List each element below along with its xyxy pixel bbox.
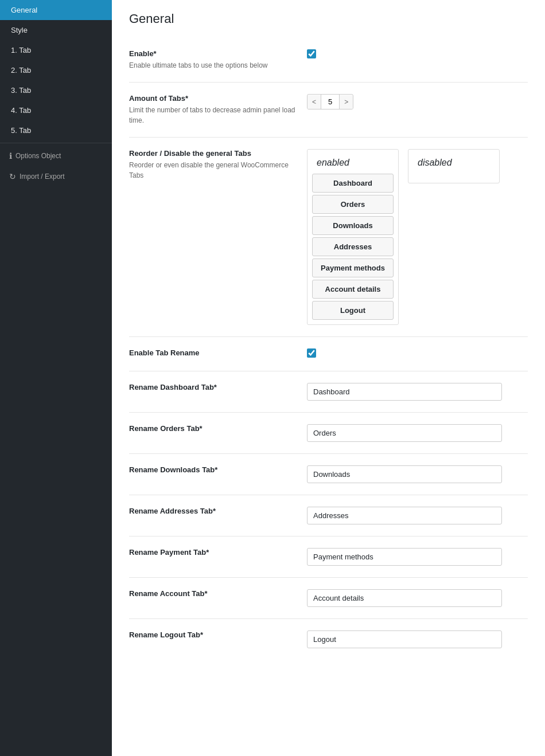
tab-btn-dashboard[interactable]: Dashboard: [312, 174, 394, 193]
sidebar-options-object[interactable]: ℹOptions Object: [0, 146, 112, 166]
stepper-increase-button[interactable]: >: [340, 95, 353, 109]
rename-downloads-input[interactable]: [307, 465, 502, 483]
disabled-column-header: disabled: [413, 154, 495, 174]
rename-account-label-block: Rename Account Tab*: [129, 589, 295, 600]
rename-logout-row: Rename Logout Tab*: [129, 619, 528, 660]
rename-payment-label: Rename Payment Tab*: [129, 548, 295, 557]
rename-dashboard-input[interactable]: [307, 383, 502, 401]
reorder-row: Reorder / Disable the general Tabs Reord…: [129, 138, 528, 337]
rename-dashboard-label-block: Rename Dashboard Tab*: [129, 383, 295, 394]
tab-btn-account-details[interactable]: Account details: [312, 280, 394, 299]
rename-logout-label-block: Rename Logout Tab*: [129, 630, 295, 641]
rename-logout-control: [307, 630, 528, 648]
rename-payment-label-block: Rename Payment Tab*: [129, 548, 295, 559]
tab-btn-payment-methods[interactable]: Payment methods: [312, 258, 394, 277]
rename-orders-label: Rename Orders Tab*: [129, 424, 295, 433]
main-content: General Enable* Enable ultimate tabs to …: [112, 0, 545, 756]
disabled-column: disabled: [408, 149, 500, 183]
options-object-label: Options Object: [15, 152, 61, 160]
rename-addresses-row: Rename Addresses Tab*: [129, 495, 528, 536]
tab-rename-row: Enable Tab Rename: [129, 337, 528, 371]
rename-addresses-label-block: Rename Addresses Tab*: [129, 507, 295, 518]
rename-payment-input[interactable]: [307, 548, 502, 566]
amount-tabs-control: < 5 >: [307, 94, 528, 109]
enable-checkbox[interactable]: [307, 49, 316, 58]
sidebar-item-general[interactable]: General: [0, 0, 112, 20]
enabled-column-header: enabled: [312, 154, 394, 174]
enable-row: Enable* Enable ultimate tabs to use the …: [129, 38, 528, 83]
rename-account-row: Rename Account Tab*: [129, 578, 528, 619]
sidebar-item-tab5[interactable]: 5. Tab: [0, 120, 112, 140]
tab-btn-orders[interactable]: Orders: [312, 195, 394, 214]
page-title: General: [129, 11, 528, 26]
sidebar-import-export[interactable]: ↻Import / Export: [0, 166, 112, 187]
rename-downloads-control: [307, 465, 528, 483]
enable-label: Enable*: [129, 49, 295, 58]
rename-account-input[interactable]: [307, 589, 502, 607]
stepper-value: 5: [321, 95, 340, 109]
tabs-reorder-area: enabled DashboardOrdersDownloadsAddresse…: [307, 149, 528, 325]
reorder-description: Reorder or even disable the general WooC…: [129, 160, 295, 181]
tab-btn-addresses[interactable]: Addresses: [312, 237, 394, 256]
sidebar-item-tab3[interactable]: 3. Tab: [0, 80, 112, 100]
rename-orders-row: Rename Orders Tab*: [129, 413, 528, 454]
sidebar-item-tab1[interactable]: 1. Tab: [0, 40, 112, 60]
sidebar-item-style[interactable]: Style: [0, 20, 112, 40]
rename-dashboard-row: Rename Dashboard Tab*: [129, 371, 528, 413]
enable-description: Enable ultimate tabs to use the options …: [129, 60, 295, 70]
rename-downloads-label: Rename Downloads Tab*: [129, 465, 295, 474]
import-export-label: Import / Export: [20, 173, 65, 181]
amount-tabs-label: Amount of Tabs*: [129, 94, 295, 103]
tab-rename-label-block: Enable Tab Rename: [129, 348, 295, 359]
tab-rename-checkbox[interactable]: [307, 348, 316, 358]
rename-logout-input[interactable]: [307, 630, 502, 648]
rename-downloads-label-block: Rename Downloads Tab*: [129, 465, 295, 476]
tab-btn-logout[interactable]: Logout: [312, 301, 394, 320]
rename-orders-control: [307, 424, 528, 442]
rename-payment-row: Rename Payment Tab*: [129, 536, 528, 578]
rename-fields-container: Rename Dashboard Tab*Rename Orders Tab*R…: [129, 371, 528, 660]
reorder-label-block: Reorder / Disable the general Tabs Reord…: [129, 149, 295, 181]
stepper-decrease-button[interactable]: <: [307, 95, 321, 109]
sidebar-item-tab2[interactable]: 2. Tab: [0, 60, 112, 80]
amount-tabs-label-block: Amount of Tabs* Limit the number of tabs…: [129, 94, 295, 126]
rename-dashboard-label: Rename Dashboard Tab*: [129, 383, 295, 391]
rename-addresses-control: [307, 507, 528, 524]
rename-downloads-row: Rename Downloads Tab*: [129, 454, 528, 495]
rename-account-control: [307, 589, 528, 607]
rename-logout-label: Rename Logout Tab*: [129, 630, 295, 639]
rename-account-label: Rename Account Tab*: [129, 589, 295, 598]
amount-stepper: < 5 >: [307, 94, 353, 109]
rename-addresses-label: Rename Addresses Tab*: [129, 507, 295, 515]
reorder-control: enabled DashboardOrdersDownloadsAddresse…: [307, 149, 528, 325]
info-icon: ℹ: [9, 151, 12, 160]
tab-btn-downloads[interactable]: Downloads: [312, 216, 394, 235]
rename-payment-control: [307, 548, 528, 566]
rename-orders-input[interactable]: [307, 424, 502, 442]
rename-addresses-input[interactable]: [307, 507, 502, 524]
sidebar: GeneralStyle1. Tab2. Tab3. Tab4. Tab5. T…: [0, 0, 112, 756]
amount-tabs-row: Amount of Tabs* Limit the number of tabs…: [129, 83, 528, 138]
enable-label-block: Enable* Enable ultimate tabs to use the …: [129, 49, 295, 70]
tab-rename-label: Enable Tab Rename: [129, 348, 295, 357]
tab-rename-control: [307, 348, 528, 358]
sidebar-item-tab4[interactable]: 4. Tab: [0, 100, 112, 120]
amount-tabs-description: Limit the number of tabs to decrease adm…: [129, 105, 295, 126]
rename-orders-label-block: Rename Orders Tab*: [129, 424, 295, 435]
import-export-icon: ↻: [9, 172, 16, 181]
reorder-label: Reorder / Disable the general Tabs: [129, 149, 295, 158]
enable-control: [307, 49, 528, 58]
rename-dashboard-control: [307, 383, 528, 401]
enabled-column: enabled DashboardOrdersDownloadsAddresse…: [307, 149, 399, 325]
